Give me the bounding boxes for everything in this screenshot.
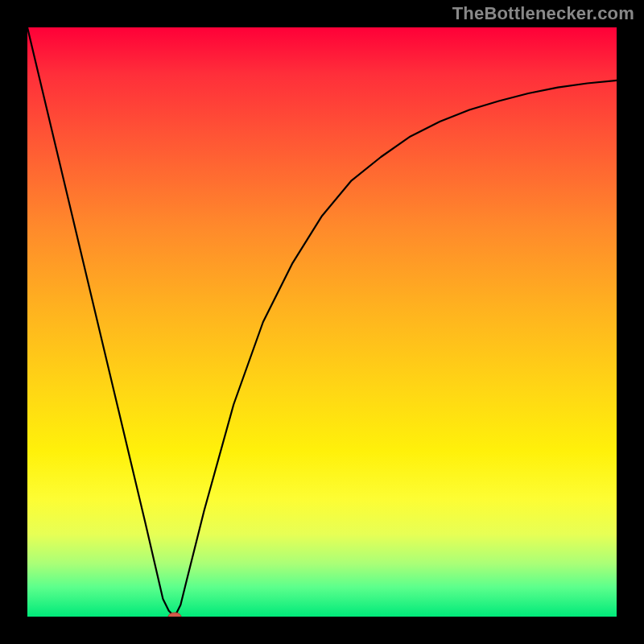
watermark-text: TheBottlenecker.com <box>452 3 634 24</box>
bottleneck-curve <box>27 27 617 617</box>
plot-area <box>27 27 617 617</box>
chart-svg <box>27 27 617 617</box>
chart-frame: TheBottlenecker.com <box>0 0 644 644</box>
